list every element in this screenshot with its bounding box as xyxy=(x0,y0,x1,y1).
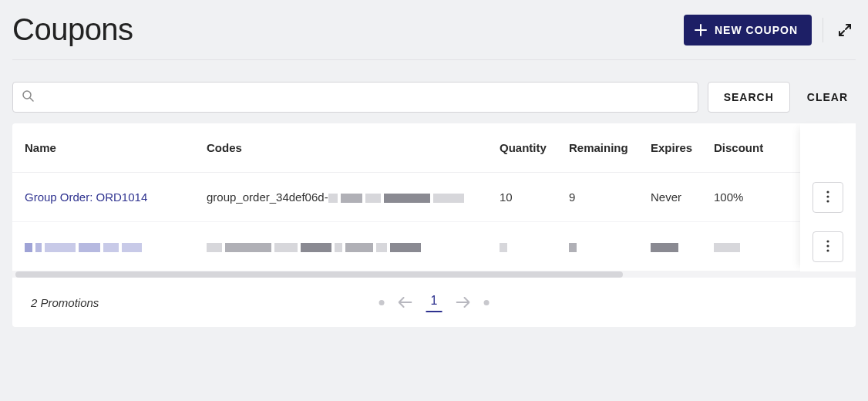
coupon-codes: group_order_34def06d- xyxy=(207,190,500,204)
svg-point-1 xyxy=(826,190,829,193)
table-row xyxy=(12,222,856,271)
coupon-name-link[interactable]: Group Order: ORD1014 xyxy=(25,190,207,204)
page-next-icon[interactable] xyxy=(456,297,469,308)
kebab-icon xyxy=(826,190,829,205)
kebab-icon xyxy=(826,240,829,254)
page-last-dot xyxy=(483,300,489,305)
divider xyxy=(823,18,823,42)
svg-point-5 xyxy=(826,244,829,247)
new-coupon-button[interactable]: NEW COUPON xyxy=(684,15,812,45)
action-column xyxy=(800,123,856,271)
row-actions-button[interactable] xyxy=(812,182,843,213)
row-actions-button[interactable] xyxy=(812,231,843,262)
col-header-expires: Expires xyxy=(651,141,714,154)
search-button[interactable]: SEARCH xyxy=(708,82,790,113)
table-header: Name Codes Quantity Remaining Expires Di… xyxy=(12,123,856,173)
plus-icon xyxy=(695,24,707,36)
pagination: 1 xyxy=(379,292,490,312)
redacted-cell xyxy=(569,240,651,253)
page-number[interactable]: 1 xyxy=(426,292,442,312)
coupon-discount: 100% xyxy=(714,190,772,204)
col-header-codes: Codes xyxy=(207,141,500,154)
search-box[interactable] xyxy=(12,82,698,113)
page-first-dot xyxy=(379,300,385,305)
page-title: Coupons xyxy=(12,12,133,47)
svg-point-3 xyxy=(826,200,829,202)
redacted-cell xyxy=(25,240,207,253)
search-icon xyxy=(22,90,34,105)
svg-point-2 xyxy=(826,195,829,197)
col-header-discount: Discount xyxy=(714,141,772,154)
col-header-name: Name xyxy=(25,141,207,154)
scrollbar-thumb[interactable] xyxy=(15,271,623,278)
search-input[interactable] xyxy=(40,91,688,103)
col-header-remaining: Remaining xyxy=(569,141,651,154)
col-header-quantity: Quantity xyxy=(500,141,569,154)
clear-button[interactable]: CLEAR xyxy=(799,82,856,113)
coupon-remaining: 9 xyxy=(569,190,651,204)
coupon-quantity: 10 xyxy=(500,190,569,204)
redacted-cell xyxy=(714,240,772,253)
svg-point-6 xyxy=(826,249,829,251)
new-coupon-label: NEW COUPON xyxy=(715,24,798,36)
horizontal-scrollbar[interactable] xyxy=(12,271,856,278)
redacted-cell xyxy=(651,240,714,253)
redacted-cell xyxy=(207,240,500,253)
svg-point-4 xyxy=(826,240,829,242)
results-count: 2 Promotions xyxy=(31,296,99,309)
coupon-expires: Never xyxy=(651,190,714,204)
expand-icon[interactable] xyxy=(834,19,856,41)
page-prev-icon[interactable] xyxy=(399,297,412,308)
table-row: Group Order: ORD1014 group_order_34def06… xyxy=(12,173,856,222)
redacted-cell xyxy=(500,240,569,253)
